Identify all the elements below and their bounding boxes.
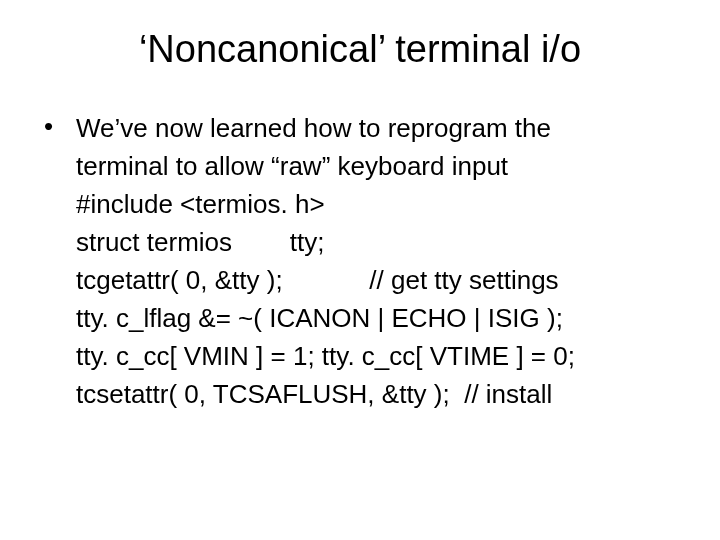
body-line-7: tcsetattr( 0, TCSAFLUSH, &tty ); // inst…	[76, 375, 575, 413]
body-line-6: tty. c_cc[ VMIN ] = 1; tty. c_cc[ VTIME …	[76, 337, 575, 375]
slide-title: ‘Noncanonical’ terminal i/o	[42, 28, 678, 71]
body-line-1: terminal to allow “raw” keyboard input	[76, 147, 575, 185]
bullet-dot: •	[42, 109, 76, 143]
slide: ‘Noncanonical’ terminal i/o • We’ve now …	[0, 0, 720, 540]
body-line-3: struct termios tty;	[76, 223, 575, 261]
body-line-4: tcgetattr( 0, &tty ); // get tty setting…	[76, 261, 575, 299]
body-line-0: We’ve now learned how to reprogram the	[76, 109, 575, 147]
body-line-2: #include <termios. h>	[76, 185, 575, 223]
bullet-item: • We’ve now learned how to reprogram the…	[42, 109, 678, 413]
body-line-5: tty. c_lflag &= ~( ICANON | ECHO | ISIG …	[76, 299, 575, 337]
bullet-body: We’ve now learned how to reprogram the t…	[76, 109, 575, 413]
